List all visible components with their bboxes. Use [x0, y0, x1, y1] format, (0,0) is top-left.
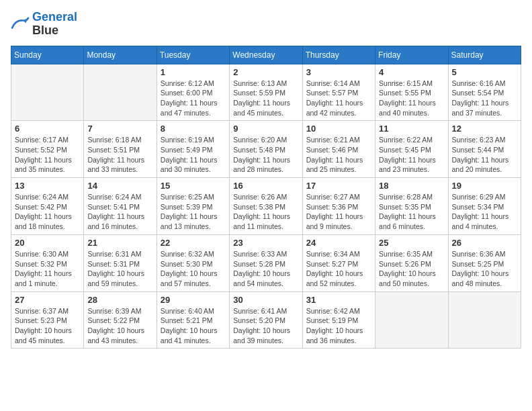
calendar-cell: 21Sunrise: 6:31 AM Sunset: 5:31 PM Dayli…	[84, 234, 157, 291]
day-number: 25	[379, 238, 444, 248]
day-info: Sunrise: 6:14 AM Sunset: 5:57 PM Dayligh…	[306, 79, 371, 118]
weekday-header-wednesday: Wednesday	[230, 46, 302, 64]
day-number: 13	[15, 181, 80, 191]
calendar-cell: 12Sunrise: 6:23 AM Sunset: 5:44 PM Dayli…	[448, 121, 521, 178]
day-number: 29	[161, 295, 226, 305]
day-number: 18	[379, 181, 444, 191]
day-number: 15	[161, 181, 226, 191]
day-info: Sunrise: 6:40 AM Sunset: 5:21 PM Dayligh…	[161, 306, 226, 346]
calendar-cell: 4Sunrise: 6:15 AM Sunset: 5:55 PM Daylig…	[375, 64, 448, 121]
calendar-cell: 29Sunrise: 6:40 AM Sunset: 5:21 PM Dayli…	[157, 291, 229, 349]
day-info: Sunrise: 6:24 AM Sunset: 5:42 PM Dayligh…	[15, 192, 80, 232]
calendar-cell: 26Sunrise: 6:36 AM Sunset: 5:25 PM Dayli…	[448, 234, 521, 291]
weekday-header-tuesday: Tuesday	[157, 46, 229, 64]
day-number: 7	[87, 124, 152, 134]
calendar-cell: 25Sunrise: 6:35 AM Sunset: 5:26 PM Dayli…	[375, 234, 448, 291]
calendar-cell: 19Sunrise: 6:29 AM Sunset: 5:34 PM Dayli…	[448, 178, 521, 235]
day-number: 12	[452, 124, 517, 134]
calendar-cell: 27Sunrise: 6:37 AM Sunset: 5:23 PM Dayli…	[11, 291, 84, 349]
day-info: Sunrise: 6:28 AM Sunset: 5:35 PM Dayligh…	[379, 192, 444, 232]
calendar-cell: 2Sunrise: 6:13 AM Sunset: 5:59 PM Daylig…	[230, 64, 302, 121]
logo-icon	[11, 17, 30, 32]
weekday-header-sunday: Sunday	[11, 46, 84, 64]
calendar-week-row: 27Sunrise: 6:37 AM Sunset: 5:23 PM Dayli…	[11, 291, 521, 349]
day-info: Sunrise: 6:30 AM Sunset: 5:32 PM Dayligh…	[15, 249, 80, 289]
logo: General Blue	[11, 11, 77, 38]
day-info: Sunrise: 6:18 AM Sunset: 5:51 PM Dayligh…	[87, 135, 152, 175]
day-info: Sunrise: 6:32 AM Sunset: 5:30 PM Dayligh…	[161, 249, 226, 289]
calendar-cell: 3Sunrise: 6:14 AM Sunset: 5:57 PM Daylig…	[302, 64, 375, 121]
day-number: 9	[233, 124, 298, 134]
day-number: 22	[161, 238, 226, 248]
day-number: 19	[452, 181, 517, 191]
day-info: Sunrise: 6:23 AM Sunset: 5:44 PM Dayligh…	[452, 135, 517, 175]
calendar-cell: 15Sunrise: 6:25 AM Sunset: 5:39 PM Dayli…	[157, 178, 229, 235]
day-info: Sunrise: 6:21 AM Sunset: 5:46 PM Dayligh…	[306, 135, 371, 175]
day-number: 8	[161, 124, 226, 134]
weekday-header-friday: Friday	[375, 46, 448, 64]
weekday-header-saturday: Saturday	[448, 46, 521, 64]
day-number: 6	[15, 124, 80, 134]
day-info: Sunrise: 6:13 AM Sunset: 5:59 PM Dayligh…	[233, 79, 298, 118]
calendar-week-row: 1Sunrise: 6:12 AM Sunset: 6:00 PM Daylig…	[11, 64, 521, 121]
day-info: Sunrise: 6:16 AM Sunset: 5:54 PM Dayligh…	[452, 79, 517, 118]
calendar-cell: 9Sunrise: 6:20 AM Sunset: 5:48 PM Daylig…	[230, 121, 302, 178]
day-info: Sunrise: 6:29 AM Sunset: 5:34 PM Dayligh…	[452, 192, 517, 232]
day-number: 31	[306, 295, 371, 305]
day-number: 30	[233, 295, 298, 305]
calendar-cell	[375, 291, 448, 349]
calendar-cell: 16Sunrise: 6:26 AM Sunset: 5:38 PM Dayli…	[230, 178, 302, 235]
day-info: Sunrise: 6:41 AM Sunset: 5:20 PM Dayligh…	[233, 306, 298, 346]
day-info: Sunrise: 6:27 AM Sunset: 5:36 PM Dayligh…	[306, 192, 371, 232]
calendar-cell: 11Sunrise: 6:22 AM Sunset: 5:45 PM Dayli…	[375, 121, 448, 178]
day-info: Sunrise: 6:25 AM Sunset: 5:39 PM Dayligh…	[161, 192, 226, 232]
day-number: 28	[87, 295, 152, 305]
day-number: 27	[15, 295, 80, 305]
calendar-cell: 14Sunrise: 6:24 AM Sunset: 5:41 PM Dayli…	[84, 178, 157, 235]
day-info: Sunrise: 6:36 AM Sunset: 5:25 PM Dayligh…	[452, 249, 517, 289]
day-info: Sunrise: 6:39 AM Sunset: 5:22 PM Dayligh…	[87, 306, 152, 346]
calendar-cell: 18Sunrise: 6:28 AM Sunset: 5:35 PM Dayli…	[375, 178, 448, 235]
day-info: Sunrise: 6:31 AM Sunset: 5:31 PM Dayligh…	[87, 249, 152, 289]
calendar-cell: 24Sunrise: 6:34 AM Sunset: 5:27 PM Dayli…	[302, 234, 375, 291]
calendar-cell: 13Sunrise: 6:24 AM Sunset: 5:42 PM Dayli…	[11, 178, 84, 235]
calendar-cell: 23Sunrise: 6:33 AM Sunset: 5:28 PM Dayli…	[230, 234, 302, 291]
day-number: 20	[15, 238, 80, 248]
calendar-cell: 8Sunrise: 6:19 AM Sunset: 5:49 PM Daylig…	[157, 121, 229, 178]
day-info: Sunrise: 6:33 AM Sunset: 5:28 PM Dayligh…	[233, 249, 298, 289]
calendar-week-row: 20Sunrise: 6:30 AM Sunset: 5:32 PM Dayli…	[11, 234, 521, 291]
calendar-cell: 22Sunrise: 6:32 AM Sunset: 5:30 PM Dayli…	[157, 234, 229, 291]
day-number: 14	[87, 181, 152, 191]
day-number: 10	[306, 124, 371, 134]
day-info: Sunrise: 6:35 AM Sunset: 5:26 PM Dayligh…	[379, 249, 444, 289]
day-info: Sunrise: 6:20 AM Sunset: 5:48 PM Dayligh…	[233, 135, 298, 175]
calendar-cell: 5Sunrise: 6:16 AM Sunset: 5:54 PM Daylig…	[448, 64, 521, 121]
day-number: 26	[452, 238, 517, 248]
day-number: 23	[233, 238, 298, 248]
day-info: Sunrise: 6:12 AM Sunset: 6:00 PM Dayligh…	[161, 79, 226, 118]
day-number: 17	[306, 181, 371, 191]
calendar-week-row: 6Sunrise: 6:17 AM Sunset: 5:52 PM Daylig…	[11, 121, 521, 178]
day-number: 16	[233, 181, 298, 191]
calendar-cell: 20Sunrise: 6:30 AM Sunset: 5:32 PM Dayli…	[11, 234, 84, 291]
calendar-cell: 28Sunrise: 6:39 AM Sunset: 5:22 PM Dayli…	[84, 291, 157, 349]
calendar-cell: 6Sunrise: 6:17 AM Sunset: 5:52 PM Daylig…	[11, 121, 84, 178]
logo-text: General Blue	[32, 11, 77, 38]
calendar-table: SundayMondayTuesdayWednesdayThursdayFrid…	[11, 46, 521, 349]
day-number: 24	[306, 238, 371, 248]
day-number: 11	[379, 124, 444, 134]
calendar-cell: 30Sunrise: 6:41 AM Sunset: 5:20 PM Dayli…	[230, 291, 302, 349]
day-info: Sunrise: 6:15 AM Sunset: 5:55 PM Dayligh…	[379, 79, 444, 118]
day-number: 5	[452, 67, 517, 77]
day-info: Sunrise: 6:37 AM Sunset: 5:23 PM Dayligh…	[15, 306, 80, 346]
calendar-cell: 31Sunrise: 6:42 AM Sunset: 5:19 PM Dayli…	[302, 291, 375, 349]
calendar-cell	[84, 64, 157, 121]
weekday-header-monday: Monday	[84, 46, 157, 64]
calendar-cell: 7Sunrise: 6:18 AM Sunset: 5:51 PM Daylig…	[84, 121, 157, 178]
day-info: Sunrise: 6:26 AM Sunset: 5:38 PM Dayligh…	[233, 192, 298, 232]
day-info: Sunrise: 6:42 AM Sunset: 5:19 PM Dayligh…	[306, 306, 371, 346]
day-info: Sunrise: 6:19 AM Sunset: 5:49 PM Dayligh…	[161, 135, 226, 175]
day-number: 21	[87, 238, 152, 248]
day-info: Sunrise: 6:22 AM Sunset: 5:45 PM Dayligh…	[379, 135, 444, 175]
day-info: Sunrise: 6:34 AM Sunset: 5:27 PM Dayligh…	[306, 249, 371, 289]
